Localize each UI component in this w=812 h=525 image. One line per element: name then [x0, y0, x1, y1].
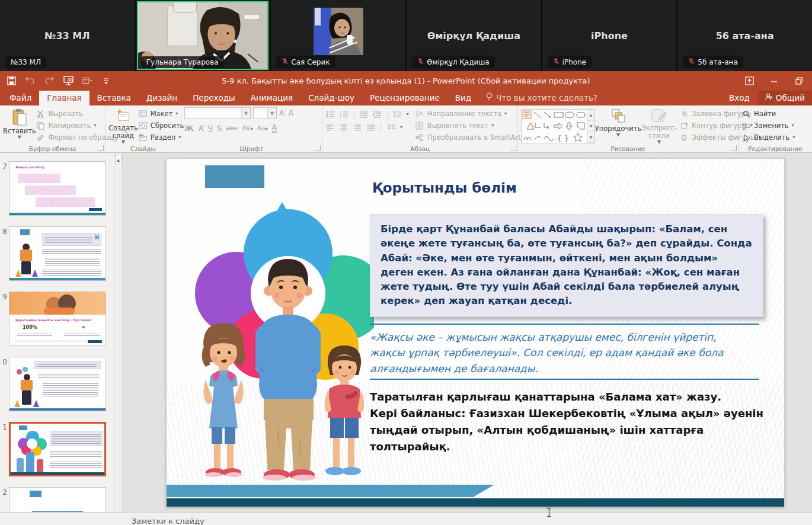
participant-tile-active-speaker[interactable]: Гульнара Турарова	[136, 0, 271, 71]
redo-icon[interactable]	[44, 75, 55, 86]
quick-styles-button[interactable]: Экспресс-стили ▼	[641, 107, 677, 145]
convert-smartart-button[interactable]: Преобразовать в SmartArt ▾	[415, 132, 526, 143]
reset-button[interactable]: Сбросить	[138, 120, 184, 131]
thumbnail-scrollbar[interactable]: ▲	[114, 153, 123, 512]
bold-button[interactable]: Ж	[184, 124, 194, 132]
shape-outline-icon	[679, 121, 689, 130]
shapes-gallery[interactable]: { }	[521, 109, 587, 143]
align-text-button[interactable]: Выровнять текст ▾	[415, 120, 526, 131]
tab-review[interactable]: Рецензирование	[362, 91, 447, 105]
participant-tile[interactable]: Өмірқұл Қадиша Өмірқұл Қадиша	[407, 0, 542, 71]
scroll-up-arrow-icon[interactable]: ▲	[115, 155, 122, 164]
shapes-gallery-scrollbar[interactable]: ▲▼▼	[587, 109, 595, 143]
align-right-icon[interactable]	[353, 123, 362, 132]
text-shadow-button[interactable]: S	[217, 124, 222, 132]
character-spacing-button[interactable]: AV▾	[242, 125, 252, 132]
slide-quote-textbox[interactable]: «Жақсы әке – жұмысын жақсы атқарушы емес…	[370, 329, 743, 376]
slide-thumbnail-12[interactable]: Назарларыңызға рақмет!	[9, 487, 106, 512]
slide-thumbnail-10[interactable]	[9, 357, 106, 411]
participant-tile[interactable]: 56 ата-ана 5б ата-ана	[677, 0, 812, 71]
save-icon[interactable]	[6, 75, 17, 86]
shrink-font-button[interactable]: А˅	[289, 109, 296, 117]
indent-decrease-icon[interactable]	[359, 110, 369, 119]
slide-thumbnail-11-selected[interactable]	[9, 422, 106, 476]
align-left-icon[interactable]	[325, 123, 335, 132]
group-slides: Создать слайд ▼ Макет ▾ Сбросить Раздел …	[106, 105, 181, 152]
line-spacing-icon[interactable]	[393, 110, 402, 119]
participant-tile[interactable]: №33 МЛ №33 МЛ	[0, 0, 136, 71]
tab-design[interactable]: Дизайн	[139, 91, 185, 105]
participant-label: 5б ата-ана	[683, 56, 743, 68]
notes-label: Заметки к слайду	[132, 513, 204, 525]
undo-icon[interactable]	[25, 75, 36, 86]
section-button[interactable]: Раздел ▾	[138, 132, 184, 143]
change-case-button[interactable]: Aa▾	[257, 125, 268, 132]
tab-view[interactable]: Вид	[447, 91, 479, 105]
font-dialog-launcher[interactable]	[315, 145, 321, 151]
participant-tile[interactable]: Сая Серик	[271, 0, 407, 71]
columns-icon[interactable]	[386, 123, 396, 132]
find-button[interactable]: Найти	[741, 108, 795, 119]
strikethrough-button[interactable]: abc	[226, 125, 238, 132]
justify-icon[interactable]	[366, 123, 376, 132]
shape-effects-icon	[679, 133, 689, 142]
meeting-video-strip: №33 МЛ №33 МЛ Гул	[0, 0, 812, 71]
paste-button[interactable]: Вставить ▼	[3, 107, 36, 145]
slide-number: 9	[0, 292, 9, 346]
tab-home[interactable]: Главная	[39, 91, 89, 105]
svg-text:ас: ас	[742, 126, 747, 130]
grow-font-button[interactable]: А˄	[279, 109, 286, 117]
mic-muted-icon	[417, 57, 424, 66]
svg-text:}: }	[564, 135, 569, 143]
participant-tile[interactable]: iPhone iPhone	[542, 0, 678, 71]
tell-me-box[interactable]: Что вы хотите сделать?	[479, 90, 605, 105]
slide-canvas-area[interactable]: Қорытынды бөлім Бірде қарт Құнанбай бала…	[123, 153, 812, 512]
slide-layout-qat-icon[interactable]	[82, 75, 92, 86]
drawing-dialog-launcher[interactable]	[731, 145, 737, 151]
thumbnail-row: 1	[0, 422, 114, 476]
slide-title[interactable]: Қорытынды бөлім	[372, 180, 517, 196]
arrange-button[interactable]: Упорядочить ▼	[595, 107, 641, 145]
minimize-icon[interactable]	[769, 76, 779, 85]
qat-customize-icon[interactable]	[101, 75, 111, 86]
ppt-titlebar: 5-9 кл. Бақытты әке болудың кілті өз қол…	[0, 71, 812, 90]
slide-thumbnail-8[interactable]: H	[9, 226, 106, 281]
notes-bar[interactable]: Заметки к слайду	[0, 512, 812, 525]
mic-muted-icon	[688, 57, 695, 66]
tab-insert[interactable]: Вставка	[89, 91, 139, 105]
slide-11-canvas[interactable]: Қорытынды бөлім Бірде қарт Құнанбай бала…	[166, 158, 785, 507]
slide-story-textbox[interactable]: Бірде қарт Құнанбай баласы Абайды шақыры…	[370, 214, 763, 317]
tab-animations[interactable]: Анимация	[243, 91, 300, 105]
clipboard-dialog-launcher[interactable]	[98, 145, 104, 151]
svg-text:3: 3	[340, 116, 341, 118]
participant-name: 56 ата-ана	[716, 30, 774, 41]
bullets-icon[interactable]	[325, 110, 335, 119]
numbering-icon[interactable]: 123	[339, 110, 349, 119]
sign-in-button[interactable]: Вход	[721, 91, 758, 105]
share-button[interactable]: Общий	[758, 91, 812, 105]
slide-thumbnail-9[interactable]: Қорытынды: Бақытты әке болу – бұл саяхат…	[9, 292, 106, 346]
ribbon-display-options-icon[interactable]	[744, 76, 754, 85]
tab-slideshow[interactable]: Слайд-шоу	[300, 91, 362, 105]
paragraph-dialog-launcher[interactable]	[510, 145, 516, 151]
align-center-icon[interactable]	[339, 123, 349, 132]
group-clipboard: Вставить ▼ Вырезать Копировать ▾ Формат …	[0, 105, 106, 152]
italic-button[interactable]: К	[198, 124, 203, 132]
slide-thumbnail-7[interactable]: Жақсы үлгі болу	[9, 161, 106, 216]
select-button[interactable]: Выделить ▾	[741, 132, 795, 143]
font-name-combo[interactable]: ▼	[184, 107, 251, 119]
text-direction-button[interactable]: А Направление текста ▾	[415, 108, 526, 119]
tab-file[interactable]: Файл	[0, 91, 39, 105]
font-color-button[interactable]: А	[272, 124, 277, 133]
font-size-combo[interactable]: ▼	[253, 107, 277, 119]
restore-icon[interactable]	[794, 76, 804, 85]
indent-increase-icon[interactable]	[373, 110, 382, 119]
replace-button[interactable]: abас Заменить ▾	[741, 120, 795, 131]
tab-transitions[interactable]: Переходы	[185, 91, 243, 105]
start-slideshow-icon[interactable]	[63, 75, 73, 86]
layout-button[interactable]: Макет ▾	[138, 108, 184, 119]
underline-button[interactable]: Ч	[207, 124, 213, 132]
slide-task-textbox[interactable]: Таратылған қарлығаш қанаттарына «Балама …	[370, 389, 766, 455]
new-slide-button[interactable]: Создать слайд ▼	[108, 107, 138, 145]
family-illustration[interactable]	[167, 191, 374, 505]
